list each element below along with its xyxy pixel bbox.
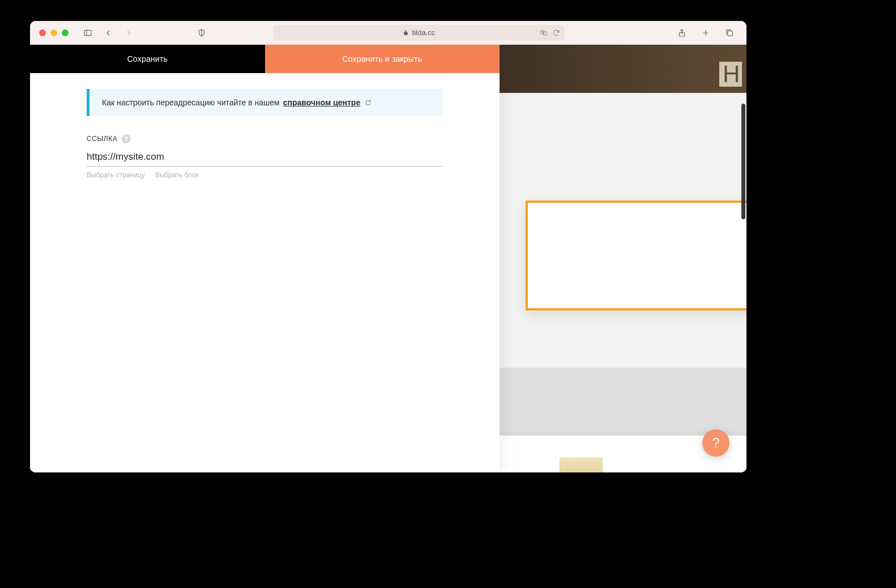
pick-page-link[interactable]: Выбрать страницу [87,171,145,179]
window-zoom-button[interactable] [62,29,69,36]
forward-button[interactable] [121,26,136,40]
url-bar[interactable]: tilda.cc [273,25,565,40]
pick-block-link[interactable]: Выбрать блок [155,171,199,179]
browser-titlebar: tilda.cc [30,21,746,45]
scrollbar-thumb[interactable] [741,104,745,219]
link-input[interactable] [87,147,443,167]
editor-panel: Сохранить Сохранить и закрыть Как настро… [30,45,500,472]
link-field-block: ССЫЛКА ? Выбрать страницу Выбрать блок [87,134,443,179]
url-text: tilda.cc [412,28,435,37]
page-viewport: H Сохранить Сохранить и закрыть Как наст… [30,45,746,472]
save-and-close-button[interactable]: Сохранить и закрыть [265,45,500,73]
toolbar-right [674,26,737,40]
page-highlighted-block[interactable] [526,201,746,310]
lock-icon [403,29,409,36]
new-tab-icon[interactable] [698,26,714,40]
panel-body: Как настроить переадресацию читайте в на… [30,73,500,179]
translate-icon[interactable] [540,29,548,37]
window-close-button[interactable] [39,29,46,36]
browser-window: tilda.cc H [30,21,746,472]
notice-text: Как настроить переадресацию читайте в на… [102,98,280,107]
link-quick-picks: Выбрать страницу Выбрать блок [87,171,443,179]
window-minimize-button[interactable] [50,29,57,36]
traffic-lights [39,29,69,36]
external-link-icon [365,99,372,106]
sidebar-toggle-icon[interactable] [80,26,96,40]
help-fab-button[interactable]: ? [702,429,729,457]
page-hero-letter: H [719,62,742,87]
page-card-image [560,458,603,472]
share-icon[interactable] [674,26,690,40]
notice-help-link[interactable]: справочном центре [283,98,360,107]
svg-rect-8 [728,31,733,36]
tabs-overview-icon[interactable] [722,26,737,40]
help-icon[interactable]: ? [122,134,131,143]
svg-rect-0 [84,30,91,35]
save-button[interactable]: Сохранить [30,45,265,73]
panel-action-bar: Сохранить Сохранить и закрыть [30,45,500,73]
back-button[interactable] [100,26,116,40]
info-notice: Как настроить переадресацию читайте в на… [87,89,443,116]
link-field-label: ССЫЛКА [87,135,117,143]
url-bar-actions [540,29,560,37]
reload-icon[interactable] [552,29,560,37]
privacy-shield-icon[interactable] [194,26,210,40]
